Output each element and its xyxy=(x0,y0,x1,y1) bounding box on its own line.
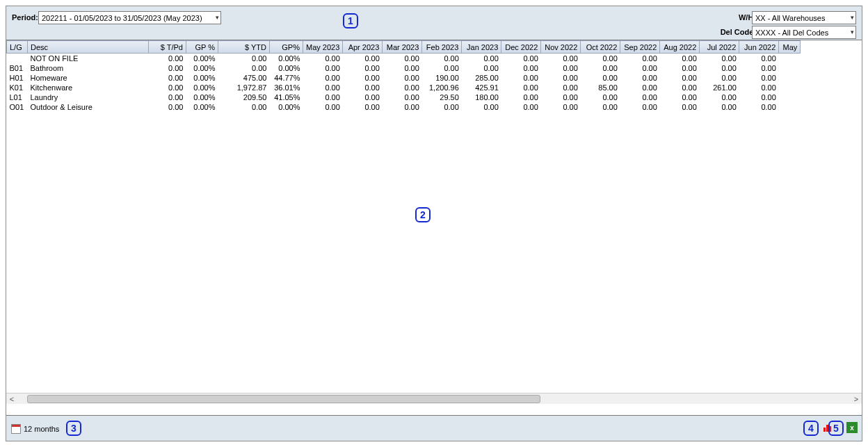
delcode-select[interactable]: XXXX - All Del Codes ▾ xyxy=(752,26,856,39)
table-cell: 0.00 xyxy=(541,83,581,92)
table-cell: 0.00 xyxy=(739,54,779,63)
table-cell: 0.00% xyxy=(270,102,303,112)
col-m6[interactable]: Nov 2022 xyxy=(541,41,581,54)
table-cell: 0.00 xyxy=(541,102,581,112)
scroll-thumb[interactable] xyxy=(27,395,540,403)
col-m12[interactable]: May xyxy=(779,41,801,54)
col-m9[interactable]: Aug 2022 xyxy=(660,41,700,54)
table-cell xyxy=(779,63,801,73)
table-cell: B01 xyxy=(7,63,28,73)
table-row[interactable]: K01Kitchenware0.000.00%1,972.8736.01%0.0… xyxy=(7,83,801,92)
warehouse-select[interactable]: XX - All Warehouses ▾ xyxy=(752,11,856,24)
table-cell: 0.00% xyxy=(270,54,303,63)
export-excel-button[interactable]: x xyxy=(846,422,858,433)
table-cell: 0.00 xyxy=(383,92,422,102)
table-cell: Kitchenware xyxy=(28,83,149,92)
col-ytd[interactable]: $ YTD xyxy=(218,41,270,54)
table-row[interactable]: O01Outdoor & Leisure0.000.00%0.000.00%0.… xyxy=(7,102,801,112)
table-cell: 0.00 xyxy=(383,102,422,112)
col-m0[interactable]: May 2023 xyxy=(303,41,343,54)
data-table-wrap: L/G Desc $ T/Pd GP % $ YTD GP% May 2023 … xyxy=(6,40,862,416)
table-cell: 0.00 xyxy=(343,102,383,112)
table-cell: 0.00 xyxy=(343,92,383,102)
table-cell: 0.00 xyxy=(739,73,779,83)
table-cell: 0.00 xyxy=(541,54,581,63)
col-gp[interactable]: GP % xyxy=(186,41,218,54)
col-m4[interactable]: Jan 2023 xyxy=(462,41,501,54)
months-toggle[interactable]: 12 months xyxy=(9,422,64,436)
table-cell: 0.00 xyxy=(303,102,343,112)
table-row[interactable]: H01Homeware0.000.00%475.0044.77%0.000.00… xyxy=(7,73,801,83)
table-cell: 0.00 xyxy=(700,92,739,102)
table-cell: O01 xyxy=(7,102,28,112)
table-cell: 0.00 xyxy=(383,83,422,92)
table-row[interactable]: B01Bathroom0.000.00%0.000.00%0.000.000.0… xyxy=(7,63,801,73)
col-m5[interactable]: Dec 2022 xyxy=(501,41,541,54)
col-lg[interactable]: L/G xyxy=(7,41,28,54)
table-cell: 0.00% xyxy=(186,92,218,102)
col-m10[interactable]: Jul 2022 xyxy=(700,41,739,54)
table-cell xyxy=(7,54,28,63)
table-cell: 0.00 xyxy=(149,83,186,92)
table-cell: K01 xyxy=(7,83,28,92)
col-m8[interactable]: Sep 2022 xyxy=(620,41,660,54)
table-cell: 0.00 xyxy=(149,102,186,112)
horizontal-scrollbar[interactable]: < > xyxy=(6,393,862,404)
table-cell: 425.91 xyxy=(462,83,501,92)
scroll-left-icon[interactable]: < xyxy=(6,395,17,403)
col-m3[interactable]: Feb 2023 xyxy=(422,41,462,54)
annotation-3: 3 xyxy=(66,421,81,436)
col-m11[interactable]: Jun 2022 xyxy=(739,41,779,54)
table-cell: 0.00 xyxy=(343,83,383,92)
table-cell: 29.50 xyxy=(422,92,462,102)
col-gpy[interactable]: GP% xyxy=(270,41,303,54)
period-select[interactable]: 202211 - 01/05/2023 to 31/05/2023 (May 2… xyxy=(38,11,221,24)
table-cell: 209.50 xyxy=(218,92,270,102)
col-tpd[interactable]: $ T/Pd xyxy=(149,41,186,54)
table-cell: 0.00 xyxy=(700,54,739,63)
table-cell: 0.00 xyxy=(149,92,186,102)
table-cell: 0.00 xyxy=(700,102,739,112)
table-cell: 0.00 xyxy=(343,54,383,63)
col-m1[interactable]: Apr 2023 xyxy=(343,41,383,54)
table-row[interactable]: L01Laundry0.000.00%209.5041.05%0.000.000… xyxy=(7,92,801,102)
table-cell: 0.00 xyxy=(620,54,660,63)
period-value: 202211 - 01/05/2023 to 31/05/2023 (May 2… xyxy=(42,14,202,22)
table-row[interactable]: NOT ON FILE0.000.00%0.000.00%0.000.000.0… xyxy=(7,54,801,63)
table-cell xyxy=(779,83,801,92)
table-cell: 0.00 xyxy=(581,73,620,83)
col-m7[interactable]: Oct 2022 xyxy=(581,41,620,54)
table-cell: 0.00% xyxy=(186,63,218,73)
scroll-track[interactable] xyxy=(17,394,851,404)
table-cell: 190.00 xyxy=(422,73,462,83)
table-cell: 0.00 xyxy=(581,92,620,102)
table-cell: 0.00 xyxy=(660,63,700,73)
scroll-right-icon[interactable]: > xyxy=(851,395,862,403)
table-cell: 0.00 xyxy=(501,63,541,73)
col-m2[interactable]: Mar 2023 xyxy=(383,41,422,54)
table-cell: 0.00 xyxy=(303,83,343,92)
data-table: L/G Desc $ T/Pd GP % $ YTD GP% May 2023 … xyxy=(6,40,801,112)
table-cell: 0.00 xyxy=(303,54,343,63)
table-cell: 0.00 xyxy=(739,102,779,112)
table-cell: 0.00 xyxy=(620,83,660,92)
table-cell: 0.00 xyxy=(620,102,660,112)
table-cell: L01 xyxy=(7,92,28,102)
table-cell xyxy=(779,54,801,63)
table-cell: 0.00% xyxy=(186,83,218,92)
delcode-value: XXXX - All Del Codes xyxy=(755,29,828,37)
chevron-down-icon: ▾ xyxy=(216,15,219,21)
warehouse-value: XX - All Warehouses xyxy=(755,14,825,22)
table-cell: 0.00% xyxy=(270,63,303,73)
table-cell: 0.00 xyxy=(660,92,700,102)
months-label: 12 months xyxy=(24,425,59,433)
table-cell: 0.00 xyxy=(422,102,462,112)
table-cell: 0.00 xyxy=(501,54,541,63)
table-cell: 0.00 xyxy=(739,92,779,102)
table-cell: 0.00 xyxy=(739,83,779,92)
table-cell: 0.00 xyxy=(620,73,660,83)
calendar-icon xyxy=(11,424,21,434)
table-cell: 0.00 xyxy=(541,73,581,83)
col-desc[interactable]: Desc xyxy=(28,41,149,54)
table-cell: 0.00 xyxy=(218,63,270,73)
